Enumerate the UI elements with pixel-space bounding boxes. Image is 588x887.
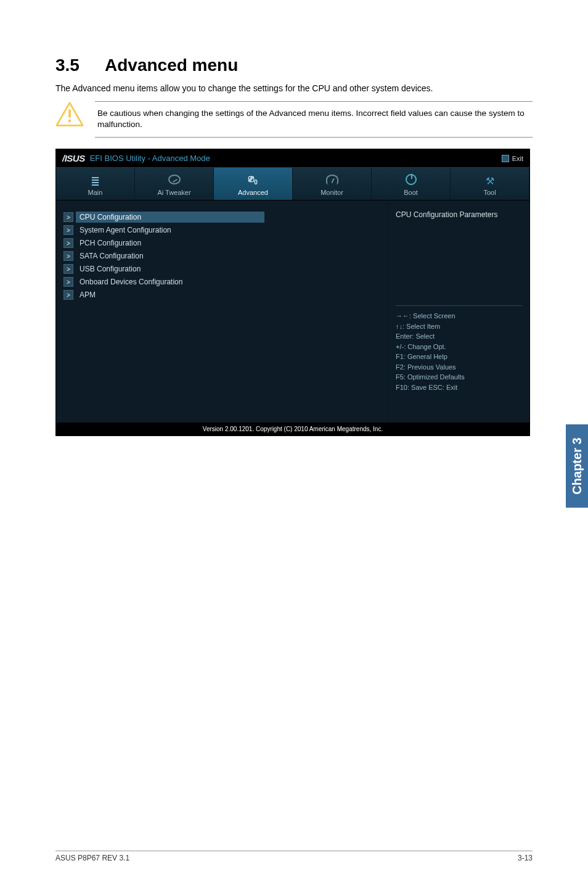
tab-main[interactable]: Main (56, 168, 135, 200)
exit-icon (502, 155, 509, 162)
chevron-right-icon: > (63, 225, 73, 235)
tab-advanced-label: Advanced (214, 189, 292, 196)
help-line: F10: Save ESC: Exit (396, 382, 522, 393)
help-text: →←: Select Screen ↑↓: Select Item Enter:… (396, 311, 522, 392)
help-line: ↑↓: Select Item (396, 321, 522, 332)
chevron-right-icon: > (63, 277, 73, 287)
menu-item-system-agent-configuration[interactable]: > System Agent Configuration (63, 225, 382, 236)
chip-icon: ⎚0 (248, 173, 258, 186)
tab-ai-tweaker[interactable]: Ai Tweaker (135, 168, 214, 200)
caution-icon (55, 101, 84, 130)
section-number: 3.5 (55, 56, 105, 75)
tab-boot-label: Boot (372, 189, 450, 196)
tab-monitor[interactable]: Monitor (293, 168, 372, 200)
help-line: +/-: Change Opt. (396, 342, 522, 352)
chevron-right-icon: > (63, 290, 73, 300)
menu-item-label: System Agent Configuration (76, 225, 175, 236)
footer-right: 3-13 (518, 854, 533, 862)
help-line: →←: Select Screen (396, 311, 522, 321)
tab-advanced[interactable]: ⎚0 Advanced (214, 168, 293, 200)
section-heading: 3.5Advanced menu (55, 56, 533, 75)
bios-logo: /ISUS (62, 153, 85, 163)
bios-info-panel: CPU Configuration Parameters →←: Select … (388, 200, 529, 423)
power-icon (406, 174, 417, 185)
menu-item-label: CPU Configuration (76, 212, 264, 223)
bios-footer: Version 2.00.1201. Copyright (C) 2010 Am… (56, 423, 529, 435)
menu-item-sata-configuration[interactable]: > SATA Configuration (63, 250, 382, 262)
bios-subtitle: EFI BIOS Utility - Advanced Mode (90, 154, 210, 163)
menu-item-usb-configuration[interactable]: > USB Configuration (63, 263, 382, 274)
exit-button[interactable]: Exit (502, 155, 523, 162)
menu-item-cpu-configuration[interactable]: > CPU Configuration (63, 212, 382, 223)
menu-item-label: SATA Configuration (76, 250, 147, 262)
tab-tool[interactable]: Tool (451, 168, 529, 200)
tab-boot[interactable]: Boot (372, 168, 451, 200)
tab-monitor-label: Monitor (293, 189, 371, 196)
chevron-right-icon: > (63, 238, 73, 248)
help-line: F5: Optimized Defaults (396, 372, 522, 382)
bios-menu-panel: > CPU Configuration > System Agent Confi… (56, 200, 388, 423)
menu-item-label: USB Configuration (76, 263, 144, 274)
chapter-side-tab: Chapter 3 (566, 424, 588, 508)
chevron-right-icon: > (63, 212, 73, 222)
menu-item-pch-configuration[interactable]: > PCH Configuration (63, 237, 382, 249)
menu-item-label: APM (76, 289, 99, 300)
bios-tab-bar: Main Ai Tweaker ⎚0 Advanced Monitor Boot… (56, 167, 529, 200)
gauge-icon (326, 175, 338, 184)
tab-main-label: Main (56, 189, 134, 196)
footer-left: ASUS P8P67 REV 3.1 (55, 854, 129, 862)
help-line: Enter: Select (396, 331, 522, 342)
caution-block: Be cautious when changing the settings o… (55, 101, 533, 138)
chapter-side-tab-label: Chapter 3 (570, 437, 584, 494)
chevron-right-icon: > (63, 264, 73, 274)
bios-screenshot: /ISUS EFI BIOS Utility - Advanced Mode E… (55, 149, 530, 436)
page-footer: ASUS P8P67 REV 3.1 3-13 (55, 851, 533, 862)
chevron-right-icon: > (63, 251, 73, 261)
bios-title-bar: /ISUS EFI BIOS Utility - Advanced Mode E… (56, 149, 529, 167)
svg-rect-1 (68, 109, 71, 117)
tab-tool-label: Tool (451, 189, 529, 196)
menu-item-onboard-devices-configuration[interactable]: > Onboard Devices Configuration (63, 276, 382, 287)
svg-point-2 (68, 119, 71, 122)
intro-text: The Advanced menu items allow you to cha… (55, 83, 533, 95)
list-icon (89, 175, 102, 184)
tab-ai-tweaker-label: Ai Tweaker (135, 189, 213, 196)
menu-item-label: PCH Configuration (76, 237, 145, 249)
menu-item-label: Onboard Devices Configuration (76, 276, 186, 287)
help-line: F2: Previous Values (396, 362, 522, 373)
tool-icon (484, 175, 496, 184)
caution-text: Be cautious when changing the settings o… (95, 101, 533, 138)
menu-item-apm[interactable]: > APM (63, 289, 382, 300)
exit-label: Exit (512, 155, 523, 162)
help-line: F1: General Help (396, 352, 522, 362)
dial-icon (168, 175, 181, 184)
section-title-text: Advanced menu (105, 56, 238, 75)
info-panel-title: CPU Configuration Parameters (396, 210, 522, 219)
